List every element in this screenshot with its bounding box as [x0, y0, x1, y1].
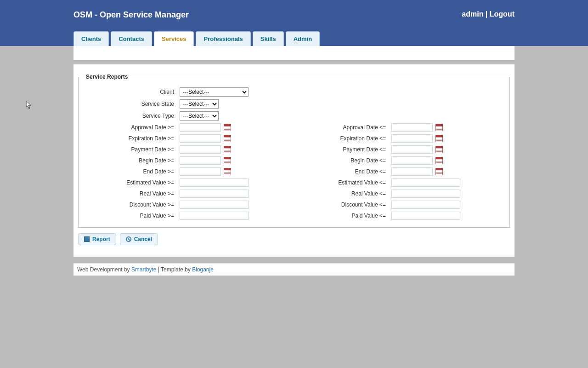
approval-le-input[interactable] [391, 123, 433, 132]
calendar-icon[interactable] [435, 168, 443, 175]
label-estimated-ge: Estimated Value >= [84, 179, 176, 186]
approval-ge-input[interactable] [180, 123, 221, 132]
tab-bar: Clients Contacts Services Professionals … [74, 31, 320, 46]
label-service-type: Service Type [84, 113, 176, 119]
label-estimated-le: Estimated Value <= [296, 179, 388, 186]
cancel-button[interactable]: Cancel [120, 233, 158, 245]
service-type-select[interactable]: ---Select--- [180, 111, 219, 121]
label-end-le: End Date <= [296, 168, 388, 175]
app-title: OSM - Open Service Manager [74, 0, 514, 20]
calendar-icon[interactable] [435, 146, 443, 153]
calendar-icon[interactable] [224, 135, 231, 142]
cancel-button-label: Cancel [134, 236, 152, 242]
sep: | [483, 10, 489, 18]
tab-clients[interactable]: Clients [74, 31, 109, 46]
paid-ge-input[interactable] [180, 212, 249, 220]
label-service-state: Service State [84, 101, 176, 107]
report-button[interactable]: Report [78, 233, 116, 245]
header-bar: OSM - Open Service Manager admin | Logou… [0, 0, 588, 46]
payment-le-input[interactable] [391, 145, 433, 154]
payment-ge-input[interactable] [180, 145, 221, 154]
expiration-le-input[interactable] [391, 134, 433, 143]
footer-pre: Web Development by [77, 266, 131, 273]
estimated-ge-input[interactable] [180, 178, 249, 187]
service-state-select[interactable]: ---Select--- [180, 99, 219, 109]
footer-link-bloganje[interactable]: Bloganje [192, 266, 214, 273]
discount-le-input[interactable] [391, 201, 460, 209]
tab-skills[interactable]: Skills [253, 31, 284, 46]
footer-mid: | Template by [157, 266, 192, 273]
client-select[interactable]: ---Select--- [180, 87, 249, 97]
calendar-icon[interactable] [224, 124, 231, 131]
tab-professionals[interactable]: Professionals [196, 31, 250, 46]
disk-icon [84, 236, 90, 242]
label-approval-le: Approval Date <= [296, 124, 388, 131]
report-button-label: Report [92, 236, 110, 242]
label-paid-ge: Paid Value >= [84, 213, 176, 219]
paid-le-input[interactable] [391, 212, 460, 220]
service-reports-fieldset: Service Reports Client ---Select--- Serv… [78, 74, 510, 228]
label-begin-le: Begin Date <= [296, 157, 388, 164]
mouse-cursor-icon [26, 100, 32, 109]
label-expiration-ge: Expiration Date >= [84, 135, 176, 142]
end-ge-input[interactable] [180, 167, 221, 176]
label-discount-ge: Discount Value >= [84, 201, 176, 208]
label-paid-le: Paid Value <= [296, 213, 388, 219]
cancel-icon [126, 236, 131, 242]
tab-contacts[interactable]: Contacts [111, 31, 152, 46]
label-client: Client [84, 89, 176, 95]
label-end-ge: End Date >= [84, 168, 176, 175]
calendar-icon[interactable] [435, 157, 443, 164]
logout-link[interactable]: Logout [490, 10, 514, 18]
footer: Web Development by Smartbyte | Template … [74, 263, 514, 276]
calendar-icon[interactable] [435, 124, 443, 131]
calendar-icon[interactable] [224, 157, 231, 164]
user-links: admin | Logout [462, 10, 514, 18]
label-payment-le: Payment Date <= [296, 146, 388, 153]
label-payment-ge: Payment Date >= [84, 146, 176, 153]
real-le-input[interactable] [391, 190, 460, 198]
fieldset-legend: Service Reports [84, 74, 130, 80]
real-ge-input[interactable] [180, 190, 249, 198]
label-discount-le: Discount Value <= [296, 201, 388, 208]
calendar-icon[interactable] [224, 146, 231, 153]
label-real-ge: Real Value >= [84, 190, 176, 197]
begin-ge-input[interactable] [180, 156, 221, 165]
label-expiration-le: Expiration Date <= [296, 135, 388, 142]
discount-ge-input[interactable] [180, 201, 249, 209]
label-approval-ge: Approval Date >= [84, 124, 176, 131]
footer-link-smartbyte[interactable]: Smartbyte [131, 266, 157, 273]
end-le-input[interactable] [391, 167, 433, 176]
main-panel: Service Reports Client ---Select--- Serv… [74, 64, 514, 257]
tab-services[interactable]: Services [154, 31, 194, 46]
content-strip [74, 46, 514, 60]
calendar-icon[interactable] [435, 135, 443, 142]
expiration-ge-input[interactable] [180, 134, 221, 143]
calendar-icon[interactable] [224, 168, 231, 175]
label-begin-ge: Begin Date >= [84, 157, 176, 164]
begin-le-input[interactable] [391, 156, 433, 165]
tab-admin[interactable]: Admin [286, 31, 320, 46]
user-link-admin[interactable]: admin [462, 10, 483, 18]
estimated-le-input[interactable] [391, 178, 460, 187]
label-real-le: Real Value <= [296, 190, 388, 197]
